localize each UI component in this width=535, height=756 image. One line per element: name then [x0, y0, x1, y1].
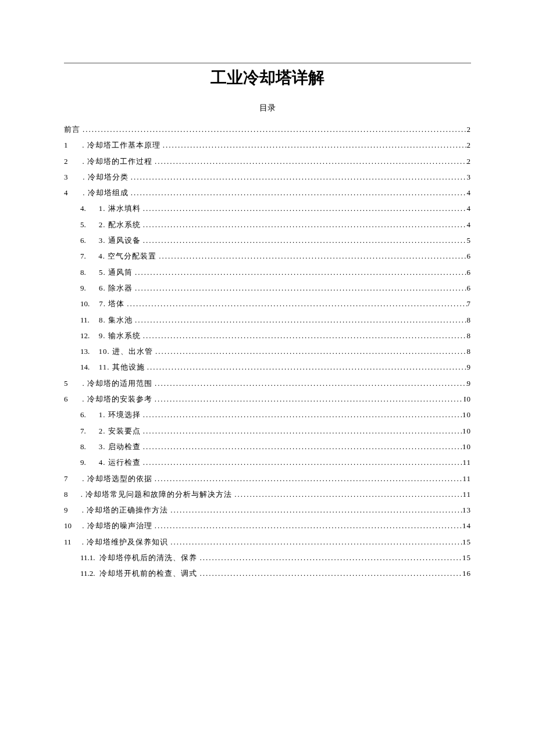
toc-entry-number: 11.: [80, 312, 93, 328]
toc-leader-dots: [141, 454, 463, 470]
toc-entry: 7. 4. 空气分配装置6: [64, 248, 471, 264]
toc-entry-page: 3: [467, 169, 472, 185]
toc-entry: 8 . 冷却塔常见问题和故障的分析与解决方法11: [64, 486, 471, 502]
toc-entry-page: 8: [467, 312, 472, 328]
toc-entry-page: 14: [462, 518, 471, 533]
toc-entry-number: 12.: [80, 328, 93, 343]
toc-leader-dots: [168, 502, 462, 518]
toc-entry: 7. 2. 安装要点10: [64, 423, 471, 439]
toc-entry-label: 前言: [64, 121, 80, 137]
toc-entry-number: 9.: [80, 280, 93, 296]
toc-entry-page: 15: [462, 534, 471, 550]
toc-entry-label: . 冷却塔的安装参考: [82, 391, 152, 407]
toc-leader-dots: [141, 439, 462, 454]
toc-leader-dots: [124, 296, 466, 311]
toc-leader-dots: [232, 486, 462, 502]
toc-leader-dots: [141, 200, 467, 216]
toc-leader-dots: [197, 565, 462, 581]
toc-entry-label: 2. 配水系统: [99, 217, 141, 232]
toc-entry-page: 4: [467, 217, 472, 232]
toc-entry-page: 6: [467, 248, 472, 264]
toc-entry: 9 . 冷却塔的正确操作方法13: [64, 502, 471, 518]
toc-entry-number: 3: [64, 169, 77, 185]
toc-entry-label: 9. 输水系统: [99, 328, 141, 343]
toc-entry-label: . 冷却塔常见问题和故障的分析与解决方法: [81, 486, 233, 502]
toc-entry: 6. 3. 通风设备5: [64, 232, 471, 248]
toc-entry-label: 6. 除水器: [99, 280, 133, 296]
toc-entry-number: 4.: [80, 200, 93, 216]
toc-leader-dots: [145, 359, 467, 375]
toc-leader-dots: [129, 169, 467, 185]
toc-entry-number: 5.: [80, 217, 93, 232]
toc-leader-dots: [152, 375, 467, 391]
toc-entry-page: 15: [462, 550, 471, 565]
toc-entry-label: 1. 淋水填料: [99, 200, 141, 216]
document-title: 工业冷却塔详解: [64, 67, 471, 89]
toc-entry: 11.1. 冷却塔停机后的清洗、保养15: [64, 550, 471, 565]
toc-entry-label: 3. 通风设备: [99, 232, 141, 248]
toc-entry: 8. 5. 通风筒6: [64, 264, 471, 280]
toc-leader-dots: [152, 153, 467, 169]
toc-entry-label: . 冷却塔的工作过程: [82, 153, 152, 169]
toc-entry: 4 . 冷却塔组成4: [64, 185, 471, 200]
toc-entry: 8. 3. 启动检查10: [64, 439, 471, 454]
toc-entry-page: 8: [467, 343, 472, 359]
toc-entry-label: 5. 通风筒: [99, 264, 133, 280]
toc-entry-label: 冷却塔开机前的检查、调式: [99, 565, 197, 581]
toc-entry: 10. 7. 塔体7: [64, 296, 471, 311]
toc-leader-dots: [141, 328, 467, 343]
toc-leader-dots: [133, 312, 467, 328]
toc-entry-page: 2: [467, 137, 472, 153]
toc-entry-number: 6.: [80, 407, 93, 422]
toc-entry-number: 7.: [80, 423, 93, 439]
toc-entry-number: 14.: [80, 359, 93, 375]
toc-entry-label: . 冷却塔的适用范围: [82, 375, 152, 391]
toc-entry-page: 6: [467, 280, 472, 296]
toc-leader-dots: [168, 534, 462, 550]
toc-entry-label: 7. 塔体: [99, 296, 124, 311]
toc-entry-page: 11: [462, 471, 471, 486]
toc-heading: 目录: [64, 103, 471, 113]
toc-entry: 5. 2. 配水系统4: [64, 217, 471, 232]
toc-entry-number: 11.2.: [80, 565, 95, 581]
toc-entry-page: 10: [462, 407, 471, 422]
toc-leader-dots: [156, 248, 466, 264]
toc-entry-number: 11.1.: [80, 550, 95, 565]
toc-entry-page: 16: [462, 565, 471, 581]
toc-entry-number: 7.: [80, 248, 93, 264]
toc-entry-number: 7: [64, 471, 77, 486]
toc-entry: 9. 4. 运行检查11: [64, 454, 471, 470]
toc-entry-page: 4: [467, 185, 472, 200]
toc-entry-label: . 冷却塔的正确操作方法: [82, 502, 169, 518]
toc-entry: 1 . 冷却塔工作基本原理2: [64, 137, 471, 153]
toc-entry-label: 冷却塔停机后的清洗、保养: [99, 550, 197, 565]
toc-entry-number: 9: [64, 502, 77, 518]
table-of-contents: 前言21 . 冷却塔工作基本原理22 . 冷却塔的工作过程23 . 冷却塔分类3…: [64, 121, 471, 582]
toc-leader-dots: [141, 423, 462, 439]
toc-entry-number: 8.: [80, 264, 93, 280]
toc-leader-dots: [152, 471, 463, 486]
toc-entry-page: 2: [467, 121, 472, 137]
toc-entry-number: 8.: [80, 439, 93, 454]
toc-entry: 2 . 冷却塔的工作过程2: [64, 153, 471, 169]
toc-entry-label: . 冷却塔工作基本原理: [82, 137, 160, 153]
toc-entry: 10 . 冷却塔的噪声治理14: [64, 518, 471, 533]
toc-entry: 前言2: [64, 121, 471, 137]
toc-entry-label: 1. 环境选择: [99, 407, 141, 422]
toc-entry-label: . 冷却塔选型的依据: [82, 471, 152, 486]
toc-entry-label: 11. 其他设施: [99, 359, 145, 375]
toc-entry-number: 6: [64, 391, 77, 407]
toc-entry-number: 10.: [80, 296, 93, 311]
toc-leader-dots: [133, 264, 467, 280]
toc-entry-page: 2: [467, 153, 472, 169]
toc-entry: 11. 8. 集水池8: [64, 312, 471, 328]
toc-entry-page: 10: [462, 439, 471, 454]
toc-entry: 3 . 冷却塔分类3: [64, 169, 471, 185]
toc-leader-dots: [141, 217, 467, 232]
toc-leader-dots: [133, 280, 467, 296]
toc-entry-number: 1: [64, 137, 77, 153]
toc-entry-page: 4: [467, 200, 472, 216]
toc-entry: 6 . 冷却塔的安装参考I0: [64, 391, 471, 407]
toc-entry: 12. 9. 输水系统8: [64, 328, 471, 343]
toc-entry-page: 13: [462, 502, 471, 518]
